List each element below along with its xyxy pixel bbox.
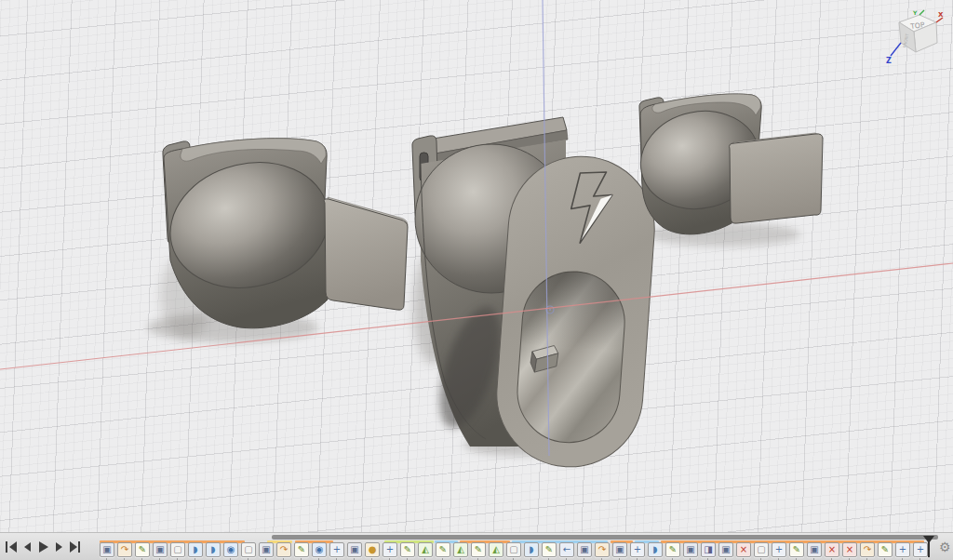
suppressed-feature-icon[interactable]: × [736, 542, 751, 557]
view-cube-body[interactable]: TOP FRONT [899, 15, 937, 52]
scene-canvas [0, 0, 953, 532]
extrude-feature-icon[interactable]: ▣ [718, 542, 733, 557]
sketch-feature-icon[interactable]: ✎ [294, 542, 309, 557]
hole-feature-icon[interactable]: ◉ [223, 542, 238, 557]
extrude-feature-icon[interactable]: ▣ [100, 542, 114, 557]
timeline-scrollbar[interactable] [272, 535, 938, 540]
fillet-feature-icon[interactable]: ◗ [206, 542, 221, 557]
timeline-settings-gear-icon[interactable]: ⚙ [939, 540, 951, 554]
mirror-feature-icon[interactable]: ◭ [489, 542, 503, 557]
model-viewport[interactable]: TOP FRONT X Y Z [0, 0, 953, 532]
move-feature-icon[interactable]: + [383, 542, 397, 557]
shell-feature-icon[interactable]: ▢ [170, 542, 185, 557]
extrude-feature-icon[interactable]: ▣ [577, 542, 592, 557]
fillet-feature-icon[interactable]: ◗ [188, 542, 203, 557]
sketch-feature-icon[interactable]: ✎ [471, 542, 486, 557]
timeline-bar: ▣↷✎▣▢◗◗◉▢▣↷✎◉+▣●+✎◭✎◭✎◭▢◗✎←▣↷▣+◗✎▣◨▣×▢+✎… [0, 532, 953, 560]
combine-feature-icon[interactable]: ◨ [701, 542, 716, 557]
sketch-feature-icon[interactable]: ✎ [542, 542, 557, 557]
step-back-button[interactable] [20, 541, 34, 553]
view-cube[interactable]: TOP FRONT X Y Z [877, 9, 947, 71]
paste-feature-icon[interactable]: ↷ [117, 542, 132, 557]
extrude-feature-icon[interactable]: ▣ [153, 542, 168, 557]
skip-to-start-button[interactable] [5, 541, 18, 553]
suppressed-feature-icon[interactable]: × [842, 542, 857, 557]
axis-x-label: X [938, 11, 944, 19]
sketch-feature-icon[interactable]: ✎ [665, 542, 680, 557]
move-feature-icon[interactable]: + [895, 542, 910, 557]
mirror-feature-icon[interactable]: ◭ [418, 542, 433, 557]
move-feature-icon[interactable]: + [329, 542, 344, 557]
shell-feature-icon[interactable]: ▢ [241, 542, 256, 557]
fillet-feature-icon[interactable]: ◗ [648, 542, 663, 557]
replace-face-feature-icon[interactable]: ← [559, 542, 574, 557]
paste-feature-icon[interactable]: ↷ [595, 542, 610, 557]
extrude-feature-icon[interactable]: ▣ [612, 542, 627, 557]
axis-z-label: Z [886, 57, 892, 65]
model-right-saddle-hook[interactable] [632, 94, 823, 234]
shell-feature-icon[interactable]: ▢ [754, 542, 769, 557]
extrude-feature-icon[interactable]: ▣ [259, 542, 274, 557]
sketch-feature-icon[interactable]: ✎ [878, 542, 893, 557]
sketch-feature-icon[interactable]: ✎ [436, 542, 450, 557]
appearance-feature-icon[interactable]: ● [365, 542, 380, 557]
move-feature-icon[interactable]: + [630, 542, 645, 557]
extrude-feature-icon[interactable]: ▣ [807, 542, 822, 557]
fillet-feature-icon[interactable]: ◗ [524, 542, 539, 557]
paste-feature-icon[interactable]: ↷ [860, 542, 875, 557]
extrude-feature-icon[interactable]: ▣ [683, 542, 698, 557]
step-forward-button[interactable] [52, 541, 65, 553]
move-feature-icon[interactable]: + [772, 542, 786, 557]
shell-feature-icon[interactable]: ▢ [506, 542, 521, 557]
model-left-saddle-hook[interactable] [157, 139, 408, 328]
model-center-hook-lightning-plate[interactable] [412, 117, 660, 472]
play-button[interactable] [36, 541, 49, 553]
mirror-feature-icon[interactable]: ◭ [453, 542, 468, 557]
timeline-transport-controls [5, 541, 81, 553]
extrude-feature-icon[interactable]: ▣ [347, 542, 362, 557]
skip-to-end-button[interactable] [68, 541, 81, 553]
paste-feature-icon[interactable]: ↷ [276, 542, 291, 557]
timeline-playhead[interactable] [922, 536, 935, 559]
sketch-feature-icon[interactable]: ✎ [789, 542, 804, 557]
hole-feature-icon[interactable]: ◉ [312, 542, 327, 557]
axis-y-label: Y [912, 9, 918, 16]
sketch-feature-icon[interactable]: ✎ [400, 542, 415, 557]
sketch-feature-icon[interactable]: ✎ [135, 542, 150, 557]
suppressed-feature-icon[interactable]: × [825, 542, 839, 557]
